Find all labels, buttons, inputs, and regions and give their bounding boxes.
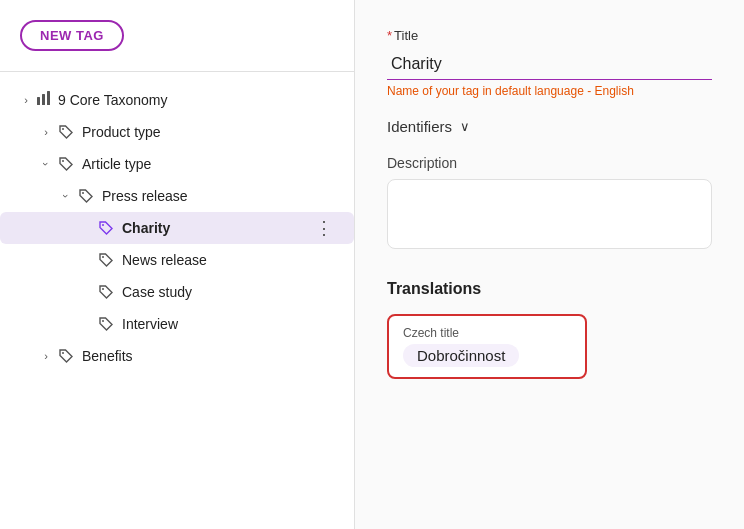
left-panel: NEW TAG › 9 Core Taxonomy › bbox=[0, 0, 355, 529]
chevron-down-icon: › bbox=[60, 186, 72, 206]
new-tag-button[interactable]: NEW TAG bbox=[20, 20, 124, 51]
svg-point-6 bbox=[102, 224, 104, 226]
tree-item-core-taxonomy[interactable]: › 9 Core Taxonomy bbox=[0, 84, 354, 116]
translations-section: Translations Czech title Dobročinnost bbox=[387, 280, 712, 379]
chevron-right-icon: › bbox=[36, 126, 56, 138]
tag-icon bbox=[96, 282, 116, 302]
tree-item-benefits[interactable]: › Benefits bbox=[0, 340, 354, 372]
title-label: *Title bbox=[387, 28, 712, 43]
svg-rect-0 bbox=[37, 97, 40, 105]
tag-icon-selected bbox=[96, 218, 116, 238]
svg-point-9 bbox=[102, 320, 104, 322]
tree-item-charity[interactable]: Charity ⋮ bbox=[0, 212, 354, 244]
identifiers-label: Identifiers bbox=[387, 118, 452, 135]
chart-icon bbox=[36, 90, 52, 110]
tree-label-product-type: Product type bbox=[82, 124, 338, 140]
tree-label-core-taxonomy: 9 Core Taxonomy bbox=[58, 92, 338, 108]
tree-label-article-type: Article type bbox=[82, 156, 338, 172]
description-field-group: Description bbox=[387, 155, 712, 280]
title-input[interactable] bbox=[387, 49, 712, 80]
tree-label-charity: Charity bbox=[122, 220, 311, 236]
identifiers-row[interactable]: Identifiers ∨ bbox=[387, 118, 712, 135]
more-options-button[interactable]: ⋮ bbox=[311, 219, 338, 237]
svg-point-4 bbox=[62, 160, 64, 162]
taxonomy-tree: › 9 Core Taxonomy › Product type bbox=[0, 84, 354, 372]
right-panel: *Title Name of your tag in default langu… bbox=[355, 0, 744, 529]
czech-title-value[interactable]: Dobročinnost bbox=[403, 344, 519, 367]
divider bbox=[0, 71, 354, 72]
tag-icon bbox=[56, 154, 76, 174]
tag-icon bbox=[96, 250, 116, 270]
chevron-down-icon: ∨ bbox=[460, 119, 470, 134]
tree-label-benefits: Benefits bbox=[82, 348, 338, 364]
tree-item-news-release[interactable]: News release bbox=[0, 244, 354, 276]
tree-label-news-release: News release bbox=[122, 252, 338, 268]
czech-title-label: Czech title bbox=[403, 326, 571, 340]
description-label: Description bbox=[387, 155, 712, 171]
svg-rect-1 bbox=[42, 94, 45, 105]
title-field-group: *Title Name of your tag in default langu… bbox=[387, 28, 712, 98]
chevron-down-icon: › bbox=[40, 154, 52, 174]
tag-icon bbox=[56, 122, 76, 142]
translations-heading: Translations bbox=[387, 280, 712, 298]
svg-rect-2 bbox=[47, 91, 50, 105]
tree-label-interview: Interview bbox=[122, 316, 338, 332]
tree-item-article-type[interactable]: › Article type bbox=[0, 148, 354, 180]
tree-item-press-release[interactable]: › Press release bbox=[0, 180, 354, 212]
description-textarea[interactable] bbox=[387, 179, 712, 249]
svg-point-8 bbox=[102, 288, 104, 290]
tree-item-product-type[interactable]: › Product type bbox=[0, 116, 354, 148]
tree-label-press-release: Press release bbox=[102, 188, 338, 204]
svg-point-5 bbox=[82, 192, 84, 194]
czech-title-box: Czech title Dobročinnost bbox=[387, 314, 587, 379]
tag-icon bbox=[56, 346, 76, 366]
tree-label-case-study: Case study bbox=[122, 284, 338, 300]
tree-item-case-study[interactable]: Case study bbox=[0, 276, 354, 308]
title-helper-text: Name of your tag in default language - E… bbox=[387, 84, 712, 98]
svg-point-10 bbox=[62, 352, 64, 354]
svg-point-3 bbox=[62, 128, 64, 130]
tag-icon bbox=[96, 314, 116, 334]
chevron-right-icon: › bbox=[36, 350, 56, 362]
svg-point-7 bbox=[102, 256, 104, 258]
required-star: * bbox=[387, 28, 392, 43]
tree-item-interview[interactable]: Interview bbox=[0, 308, 354, 340]
chevron-right-icon: › bbox=[16, 94, 36, 106]
tag-icon bbox=[76, 186, 96, 206]
